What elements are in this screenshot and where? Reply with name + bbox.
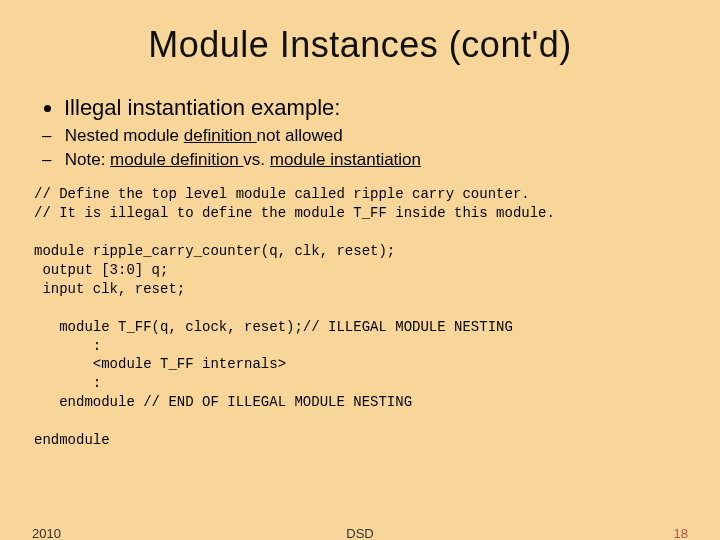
bullet-item: Illegal instantiation example: — [64, 94, 686, 123]
text: vs. — [243, 150, 269, 169]
underlined-text: definition — [184, 126, 257, 145]
underlined-text: module instantiation — [270, 150, 421, 169]
sub-bullet-item: Nested module definition not allowed — [60, 125, 686, 148]
footer-center: DSD — [0, 526, 720, 540]
slide-number: 18 — [674, 526, 688, 540]
bullet-list-level2: Nested module definition not allowed Not… — [34, 125, 686, 172]
sub-bullet-item: Note: module definition vs. module insta… — [60, 149, 686, 172]
slide-title: Module Instances (cont'd) — [0, 0, 720, 76]
slide-body: Illegal instantiation example: Nested mo… — [0, 94, 720, 450]
text: not allowed — [257, 126, 343, 145]
underlined-text: module definition — [110, 150, 243, 169]
slide: Module Instances (cont'd) Illegal instan… — [0, 0, 720, 540]
code-block: // Define the top level module called ri… — [34, 185, 686, 449]
bullet-list-level1: Illegal instantiation example: — [34, 94, 686, 123]
text: Nested module — [65, 126, 184, 145]
text: Note: — [65, 150, 110, 169]
